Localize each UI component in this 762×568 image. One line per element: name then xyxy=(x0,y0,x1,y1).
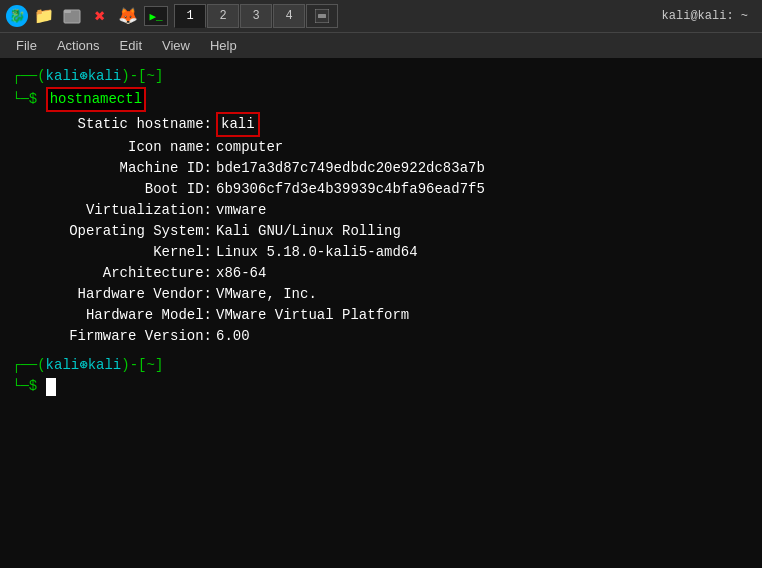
arch-value: x86-64 xyxy=(216,263,266,284)
tab-4[interactable]: 4 xyxy=(273,4,305,28)
firmware-label: Firmware Version: xyxy=(12,326,212,347)
output-icon-name: Icon name: computer xyxy=(12,137,750,158)
output-static-hostname: Static hostname: kali xyxy=(12,112,750,137)
virtualization-label: Virtualization: xyxy=(12,200,212,221)
kernel-label: Kernel: xyxy=(12,242,212,263)
file-manager-icon[interactable] xyxy=(60,4,84,28)
output-hw-vendor: Hardware Vendor: VMware, Inc. xyxy=(12,284,750,305)
output-kernel: Kernel: Linux 5.18.0-kali5-amd64 xyxy=(12,242,750,263)
prompt-arrow: └─ xyxy=(12,89,29,110)
prompt-user-2: kali⊛kali xyxy=(46,355,122,376)
machine-id-value: bde17a3d87c749edbdc20e922dc83a7b xyxy=(216,158,485,179)
boot-id-value: 6b9306cf7d3e4b39939c4bfa96ead7f5 xyxy=(216,179,485,200)
terminal-tabs: 1 2 3 4 xyxy=(174,4,338,28)
hw-vendor-label: Hardware Vendor: xyxy=(12,284,212,305)
prompt-user-1: kali⊛kali xyxy=(46,66,122,87)
menubar: File Actions Edit View Help xyxy=(0,32,762,58)
kernel-value: Linux 5.18.0-kali5-amd64 xyxy=(216,242,418,263)
cursor-blink xyxy=(46,378,56,396)
arch-label: Architecture: xyxy=(12,263,212,284)
tab-1[interactable]: 1 xyxy=(174,4,206,28)
output-os: Operating System: Kali GNU/Linux Rolling xyxy=(12,221,750,242)
static-hostname-value: kali xyxy=(216,112,260,137)
os-value: Kali GNU/Linux Rolling xyxy=(216,221,401,242)
os-label: Operating System: xyxy=(12,221,212,242)
output-machine-id: Machine ID: bde17a3d87c749edbdc20e922dc8… xyxy=(12,158,750,179)
prompt-dir-2: ~ xyxy=(146,355,154,376)
hw-vendor-value: VMware, Inc. xyxy=(216,284,317,305)
output-hw-model: Hardware Model: VMware Virtual Platform xyxy=(12,305,750,326)
boot-id-label: Boot ID: xyxy=(12,179,212,200)
kali-dragon-icon[interactable]: 🐉 xyxy=(6,5,28,27)
firmware-value: 6.00 xyxy=(216,326,250,347)
folder-icon[interactable]: 📁 xyxy=(32,4,56,28)
command-line: └─ $ hostnamectl xyxy=(12,87,750,112)
hw-model-value: VMware Virtual Platform xyxy=(216,305,409,326)
empty-line xyxy=(12,347,750,355)
svg-rect-4 xyxy=(318,14,326,18)
virtualization-value: vmware xyxy=(216,200,266,221)
menu-view[interactable]: View xyxy=(154,36,198,55)
user-info: kali@kali: ~ xyxy=(662,9,748,23)
command-text: hostnamectl xyxy=(46,87,146,112)
icon-name-value: computer xyxy=(216,137,283,158)
prompt-dollar-2: $ xyxy=(29,376,46,397)
prompt-line-1: ┌──(kali⊛kali)-[~] xyxy=(12,66,750,87)
output-virtualization: Virtualization: vmware xyxy=(12,200,750,221)
terminal-app-icon[interactable]: ▶_ xyxy=(144,6,168,26)
menu-file[interactable]: File xyxy=(8,36,45,55)
firefox-icon[interactable]: 🦊 xyxy=(116,4,140,28)
red-close-icon[interactable]: ✖ xyxy=(88,4,112,28)
active-prompt-line: └─ $ xyxy=(12,376,750,397)
prompt-dash-2: ┌──( xyxy=(12,355,46,376)
menu-actions[interactable]: Actions xyxy=(49,36,108,55)
menu-edit[interactable]: Edit xyxy=(112,36,150,55)
output-arch: Architecture: x86-64 xyxy=(12,263,750,284)
new-tab-button[interactable] xyxy=(306,4,338,28)
prompt-line-2: ┌──(kali⊛kali)-[~] xyxy=(12,355,750,376)
prompt-arrow-2: └─ xyxy=(12,376,29,397)
prompt-dash-1: ┌──( xyxy=(12,66,46,87)
tab-3[interactable]: 3 xyxy=(240,4,272,28)
tab-2[interactable]: 2 xyxy=(207,4,239,28)
output-firmware: Firmware Version: 6.00 xyxy=(12,326,750,347)
terminal-window[interactable]: ┌──(kali⊛kali)-[~] └─ $ hostnamectl Stat… xyxy=(0,58,762,568)
svg-rect-1 xyxy=(64,10,71,13)
prompt-dollar-1: $ xyxy=(29,89,46,110)
prompt-dir-1: ~ xyxy=(146,66,154,87)
machine-id-label: Machine ID: xyxy=(12,158,212,179)
menu-help[interactable]: Help xyxy=(202,36,245,55)
hw-model-label: Hardware Model: xyxy=(12,305,212,326)
output-boot-id: Boot ID: 6b9306cf7d3e4b39939c4bfa96ead7f… xyxy=(12,179,750,200)
static-hostname-label: Static hostname: xyxy=(12,114,212,135)
taskbar: 🐉 📁 ✖ 🦊 ▶_ 1 2 3 4 kali@kali: xyxy=(0,0,762,32)
icon-name-label: Icon name: xyxy=(12,137,212,158)
